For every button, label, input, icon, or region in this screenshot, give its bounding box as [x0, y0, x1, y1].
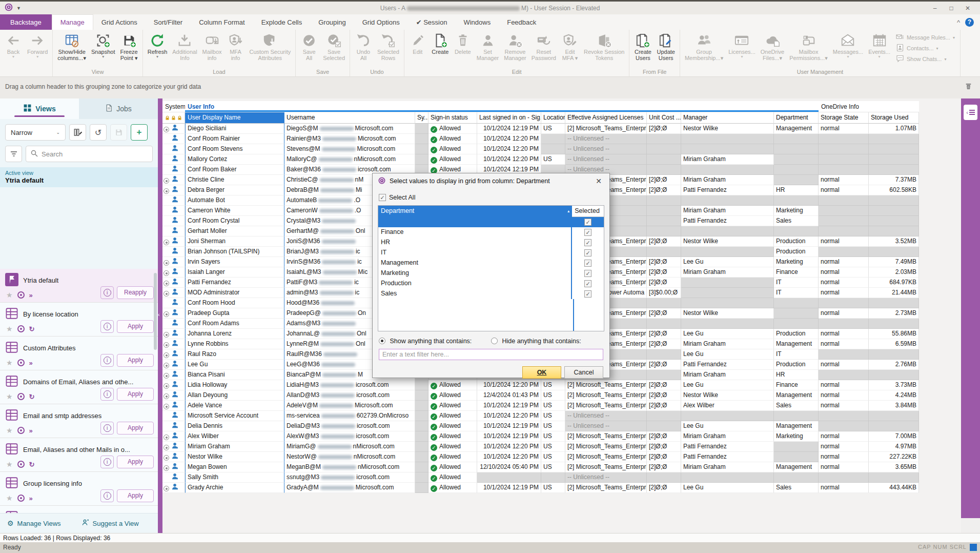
- column-header-lic[interactable]: Effective Assigned Licenses: [565, 112, 647, 124]
- messages--button[interactable]: Messages...▾: [830, 31, 866, 59]
- view-item[interactable]: Domains of Email, Aliases and othe...★↻i…: [0, 370, 158, 404]
- ribbon-tab-feedback[interactable]: Feedback: [499, 14, 544, 30]
- dialog-value-row[interactable]: Finance✓: [378, 227, 604, 238]
- snapshot-button[interactable]: Snapshot▾: [89, 31, 117, 59]
- ribbon-tab-column-format[interactable]: Column Format: [191, 14, 253, 30]
- view-info-button[interactable]: i: [100, 489, 114, 502]
- star-icon[interactable]: ★: [6, 325, 13, 333]
- value-checkbox-icon[interactable]: ✓: [584, 280, 591, 287]
- save-view-button[interactable]: [110, 124, 127, 141]
- events--button[interactable]: Events...▾: [866, 31, 893, 59]
- apply-view-button[interactable]: Apply: [117, 489, 154, 502]
- radio-show-contains[interactable]: Show anything that contains:: [379, 337, 491, 345]
- view-item[interactable]: Email, Aliases and other Mails in o...★↻…: [0, 438, 158, 472]
- dialog-value-row[interactable]: Management✓: [378, 258, 604, 268]
- apply-view-button[interactable]: Apply: [117, 422, 154, 434]
- view-item[interactable]: Custom Attributes★»iApply: [0, 337, 158, 370]
- reapply-view-button[interactable]: Reapply: [117, 286, 154, 299]
- property-panel-toggle[interactable]: ‹: [964, 105, 977, 120]
- grid-row[interactable]: Diego SicilianiDiegoS@MMicrosoft.com✓All…: [162, 124, 919, 134]
- dialog-value-row[interactable]: Sales✓: [378, 289, 604, 299]
- ribbon-tab-session[interactable]: ✔ Session: [408, 14, 456, 30]
- onedrive-files--button[interactable]: OneDriveFiles...▾: [758, 31, 787, 61]
- dialog-col-department[interactable]: Department ▴: [378, 206, 572, 217]
- column-header-mgr[interactable]: Manager: [681, 112, 774, 124]
- clear-grouping-icon[interactable]: [964, 82, 973, 92]
- star-icon[interactable]: ★: [6, 494, 13, 502]
- filter-views-button[interactable]: [5, 146, 22, 162]
- remove-manager-button[interactable]: RemoveManager: [501, 31, 528, 61]
- view-item[interactable]: Email and smtp addresses★»iApply: [0, 404, 158, 438]
- grid-row[interactable]: Alex WilberAlexW@M3icrosoft.com✓Allowed1…: [162, 431, 919, 442]
- view-item[interactable]: Ytria default★»iReapply: [0, 269, 158, 303]
- manage-views-button[interactable]: ⚙ Manage Views: [7, 519, 61, 527]
- ribbon-tab-manage[interactable]: Manage: [52, 14, 93, 30]
- show-hide-columns--button[interactable]: Show/Hidecolumns...▾: [55, 31, 89, 61]
- grid-row[interactable]: Mallory CortezMalloryC@nMicrosoft.com✓Al…: [162, 154, 919, 165]
- mailbox-info-button[interactable]: Mailboxinfo: [200, 31, 224, 61]
- collapse-ribbon-icon[interactable]: ^: [957, 18, 960, 26]
- reset-password-button[interactable]: ***ResetPassword: [529, 31, 559, 61]
- grid-row[interactable]: Lidia HollowayLidiaH@M3icrosoft.com✓Allo…: [162, 380, 919, 390]
- maximize-button[interactable]: □: [944, 3, 958, 13]
- view-info-button[interactable]: i: [100, 422, 114, 434]
- value-checkbox-icon[interactable]: ✓: [584, 260, 591, 267]
- grid-row[interactable]: Grady ArchieGradyA@MMicrosoft.com✓Allowe…: [162, 483, 919, 493]
- ribbon-tab-backstage[interactable]: Backstage: [0, 14, 52, 30]
- mailbox-permissions--button[interactable]: MailboxPermissions...▾: [787, 31, 830, 61]
- view-info-button[interactable]: i: [100, 286, 114, 299]
- undo-all-button[interactable]: UndoAll: [352, 31, 375, 61]
- view-item[interactable]: By license location★↻iApply: [0, 303, 158, 337]
- delete-button[interactable]: Delete: [452, 31, 474, 55]
- grid-row[interactable]: Miriam GrahamMiriamG@nMicrosoft.com✓Allo…: [162, 442, 919, 452]
- value-checkbox-icon[interactable]: ✓: [584, 229, 591, 236]
- star-icon[interactable]: ★: [6, 460, 13, 468]
- value-checkbox-icon[interactable]: ✓: [584, 239, 591, 246]
- view-info-button[interactable]: i: [100, 354, 114, 367]
- apply-view-button[interactable]: Apply: [117, 456, 154, 468]
- star-icon[interactable]: ★: [6, 426, 13, 434]
- view-info-button[interactable]: i: [100, 388, 114, 401]
- view-info-button[interactable]: i: [100, 320, 114, 333]
- column-header-status[interactable]: Sign-in status: [428, 112, 477, 124]
- column-header-user[interactable]: Username: [284, 112, 415, 124]
- grid-row[interactable]: Microsoft Service Accountms-servicea6027…: [162, 411, 919, 421]
- ribbon-tab-grouping[interactable]: Grouping: [310, 14, 354, 30]
- ok-button[interactable]: OK: [522, 366, 561, 379]
- freeze-point--button[interactable]: FreezePoint ▾: [117, 31, 140, 61]
- view-info-button[interactable]: i: [100, 456, 114, 468]
- mfa-info-button[interactable]: MFAinfo: [224, 31, 247, 61]
- qat-customize-icon[interactable]: ▼: [16, 6, 21, 11]
- grid-row[interactable]: Megan BowenMeganB@MnMicrosoft.com✓Allowe…: [162, 462, 919, 472]
- search-input[interactable]: Search: [26, 146, 153, 162]
- set-manager-button[interactable]: SetManager: [474, 31, 501, 61]
- tab-views[interactable]: Views: [0, 98, 79, 119]
- create-button[interactable]: Create: [429, 31, 452, 55]
- value-checkbox-icon[interactable]: ✓: [584, 219, 591, 226]
- star-icon[interactable]: ★: [6, 291, 13, 299]
- selected-rows-button[interactable]: SelectedRows: [375, 31, 402, 61]
- apply-view-button[interactable]: Apply: [117, 320, 154, 333]
- refresh-button[interactable]: Refresh▾: [145, 31, 170, 59]
- view-item[interactable]: Group licensing info★»iApply: [0, 472, 158, 506]
- column-header-ss[interactable]: Storage State: [819, 112, 869, 124]
- star-icon[interactable]: ★: [6, 359, 13, 367]
- dialog-value-row[interactable]: Production✓: [378, 279, 604, 289]
- create-users-button[interactable]: CreateUsers: [631, 31, 654, 61]
- dialog-value-row[interactable]: ✓: [378, 217, 604, 227]
- ribbon-tab-sort-filter[interactable]: Sort/Filter: [146, 14, 191, 30]
- edit-columns-button[interactable]: [69, 124, 86, 141]
- save-all-button[interactable]: SaveAll: [298, 31, 320, 61]
- view-item[interactable]: Hybrid - All users, including on-pr...★»…: [0, 506, 158, 513]
- cancel-button[interactable]: Cancel: [564, 366, 603, 379]
- value-checkbox-icon[interactable]: ✓: [584, 270, 591, 277]
- dialog-value-row[interactable]: Marketing✓: [378, 268, 604, 279]
- grid-row[interactable]: Conf Room RainierRainier@M3Microsoft.com…: [162, 134, 919, 144]
- dialog-close-icon[interactable]: ✕: [593, 177, 604, 185]
- licenses--button[interactable]: Licenses...▾: [726, 31, 758, 59]
- contacts--button[interactable]: Contacts...▾: [896, 44, 955, 53]
- grid-row[interactable]: Delia DennisDeliaD@M3icrosoft.com✓Allowe…: [162, 421, 919, 431]
- star-icon[interactable]: ★: [6, 392, 13, 401]
- ribbon-tab-windows[interactable]: Windows: [455, 14, 499, 30]
- view-width-select[interactable]: Narrow⌄: [5, 124, 66, 141]
